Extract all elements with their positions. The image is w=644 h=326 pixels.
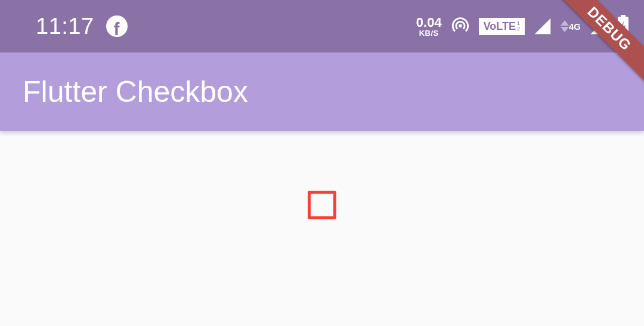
signal-4g-label: 4G (569, 21, 581, 32)
app-bar-title: Flutter Checkbox (23, 74, 248, 109)
hotspot-icon (450, 15, 470, 38)
volte-badge: VoLTE 1 2 (479, 18, 525, 35)
network-speed-unit: KB/S (419, 29, 439, 37)
app-bar: Flutter Checkbox (0, 52, 644, 131)
volte-label: VoLTE (484, 20, 516, 33)
status-left: 11:17 (36, 14, 128, 39)
signal-group-2: 4G (561, 20, 581, 32)
signal-icon-1 (533, 17, 552, 36)
svg-rect-0 (621, 15, 626, 17)
content-area (0, 131, 644, 219)
status-bar: 11:17 0.04 KB/S VoLTE 1 2 4G (0, 0, 644, 52)
network-speed-value: 0.04 (416, 16, 442, 29)
network-speed-indicator: 0.04 KB/S (416, 16, 442, 37)
volte-sub-icon: 1 2 (517, 21, 520, 32)
status-time: 11:17 (36, 14, 94, 39)
facebook-icon[interactable] (106, 15, 128, 37)
checkbox[interactable] (308, 191, 336, 219)
data-arrows-icon (561, 20, 569, 32)
